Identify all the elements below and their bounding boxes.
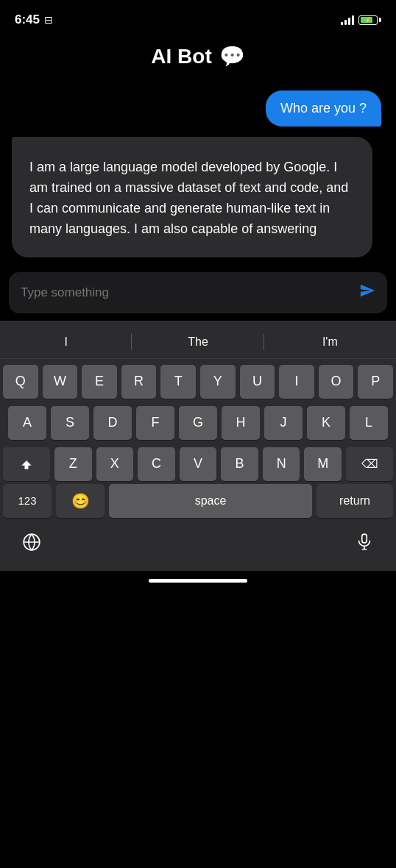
emoji-key[interactable]: 😊 [56,484,105,518]
message-input[interactable] [21,285,352,300]
key-row-3: Z X C V B N M ⌫ [3,447,393,481]
status-icons: ⚡ [341,15,381,25]
key-z[interactable]: Z [54,447,92,481]
signal-icon [341,15,354,25]
globe-icon[interactable] [22,533,41,556]
key-row-2: A S D F G H J K L [3,406,393,440]
key-n[interactable]: N [263,447,300,481]
chat-area: Who are you ? I am a large language mode… [0,83,396,265]
key-s[interactable]: S [51,406,89,440]
header: AI Bot 💬 [0,37,396,83]
key-o[interactable]: O [319,365,354,399]
sleep-icon: ⊟ [44,14,53,26]
status-bar: 6:45 ⊟ ⚡ [0,0,396,37]
key-a[interactable]: A [8,406,46,440]
battery-icon: ⚡ [358,15,381,25]
send-button[interactable] [359,282,375,303]
key-e[interactable]: E [82,365,117,399]
key-r[interactable]: R [121,365,157,399]
key-x[interactable]: X [96,447,134,481]
delete-key[interactable]: ⌫ [346,447,393,481]
autocomplete-item-i[interactable]: I [0,327,132,358]
user-message: Who are you ? [266,90,381,127]
home-indicator [0,571,396,591]
key-c[interactable]: C [138,447,175,481]
key-q[interactable]: Q [3,365,38,399]
key-k[interactable]: K [307,406,345,440]
key-row-1: Q W E R T Y U I O P [3,365,393,399]
space-key[interactable]: space [109,484,312,518]
key-y[interactable]: Y [200,365,236,399]
shift-key[interactable] [3,447,50,481]
key-b[interactable]: B [221,447,258,481]
key-m[interactable]: M [304,447,342,481]
key-g[interactable]: G [179,406,217,440]
key-p[interactable]: P [358,365,393,399]
input-area [9,272,387,313]
chat-icon: 💬 [219,44,245,68]
key-i[interactable]: I [279,365,314,399]
key-l[interactable]: L [350,406,388,440]
bot-message: I am a large language model developed by… [12,137,372,257]
autocomplete-item-im[interactable]: I'm [264,327,396,358]
key-u[interactable]: U [240,365,275,399]
autocomplete-bar: I The I'm [0,327,396,359]
bottom-key-row: 123 😊 space return [0,484,396,521]
autocomplete-item-the[interactable]: The [132,327,264,358]
microphone-icon[interactable] [355,533,374,556]
key-d[interactable]: D [93,406,132,440]
numbers-key[interactable]: 123 [3,484,52,518]
keyboard: I The I'm Q W E R T Y U I O P A S D F [0,321,396,571]
send-icon [359,282,375,303]
key-h[interactable]: H [222,406,260,440]
return-key[interactable]: return [317,484,393,518]
svg-rect-1 [362,534,367,543]
key-j[interactable]: J [264,406,303,440]
bottom-toolbar [0,521,396,571]
key-v[interactable]: V [180,447,217,481]
key-rows: Q W E R T Y U I O P A S D F G H J K L [0,359,396,484]
key-w[interactable]: W [43,365,78,399]
key-f[interactable]: F [136,406,174,440]
home-bar [149,579,247,583]
status-time: 6:45 [15,13,40,27]
header-title: AI Bot [151,45,211,68]
key-t[interactable]: T [160,365,196,399]
